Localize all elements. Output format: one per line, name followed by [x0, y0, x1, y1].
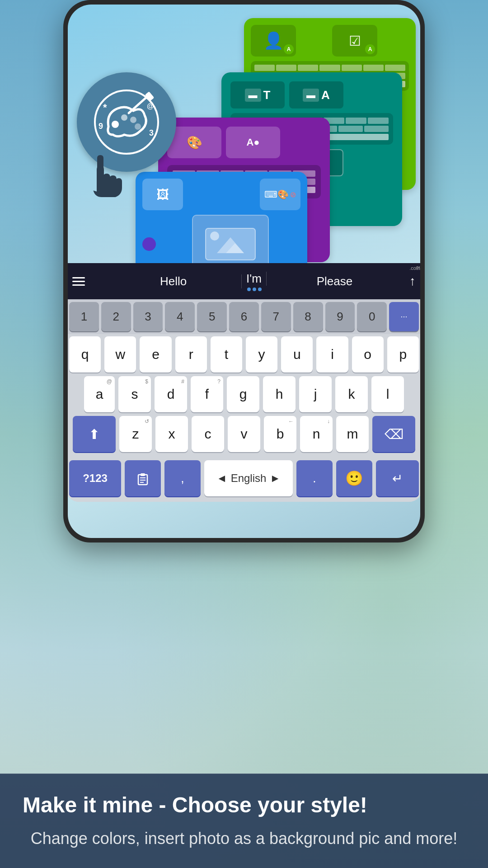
key-g[interactable]: g — [227, 376, 259, 412]
promo-bar: Make it mine - Choose your style! Change… — [0, 774, 488, 868]
key-1[interactable]: 1 — [69, 302, 99, 331]
lang-arrow-right: ► — [270, 472, 281, 485]
blue-keyboard-color-icon: ⌨🎨 ⊘ — [260, 179, 300, 210]
key-i[interactable]: i — [316, 336, 348, 373]
key-q[interactable]: q — [69, 336, 101, 373]
key-9[interactable]: 9 — [325, 302, 355, 331]
key-u[interactable]: u — [281, 336, 313, 373]
period-key[interactable]: ?! . — [296, 460, 333, 496]
key-e[interactable]: e — [140, 336, 171, 373]
lang-text: English — [231, 472, 267, 485]
key-y[interactable]: y — [246, 336, 277, 373]
cards-stack: 👤 A ☑ A ⌨ — [136, 18, 416, 298]
key-2[interactable]: 2 — [101, 302, 131, 331]
key-z[interactable]: ↺z — [119, 416, 152, 452]
bottom-row: ?123 .com , ◄ English — [68, 458, 420, 502]
comma-key[interactable]: .com , — [164, 460, 201, 496]
enter-key[interactable]: ↵ — [376, 460, 419, 496]
dot3 — [258, 288, 262, 291]
key-o[interactable]: o — [352, 336, 384, 373]
svg-text:*: * — [103, 102, 107, 113]
promo-title: Make it mine - Choose your style! — [23, 792, 465, 818]
number-row: 1 2 3 4 5 6 7 8 9 0 ··· — [68, 299, 420, 334]
key-k[interactable]: k — [335, 376, 368, 412]
suggestions-words: Hello I'm Please — [105, 272, 403, 291]
key-v[interactable]: v — [228, 416, 260, 452]
emoji-key[interactable]: 🙂 — [336, 460, 372, 496]
lang-arrow-left: ◄ — [216, 472, 227, 485]
blue-image-icon: 🖼 — [142, 179, 183, 210]
shift-key[interactable]: ⬆ — [73, 416, 116, 452]
clipboard-key[interactable] — [125, 460, 161, 496]
hand-icon — [72, 149, 127, 203]
backspace-key[interactable]: ⌫ — [372, 416, 415, 452]
svg-text:@: @ — [147, 102, 154, 110]
svg-point-2 — [121, 114, 127, 121]
key-x[interactable]: x — [155, 416, 188, 452]
key-p[interactable]: p — [387, 336, 419, 373]
phone-frame: * 9 3 @ 👤 — [63, 0, 425, 542]
key-m[interactable]: m — [336, 416, 369, 452]
key-6[interactable]: 6 — [229, 302, 259, 331]
svg-point-1 — [112, 121, 119, 128]
key-a[interactable]: @a — [84, 376, 115, 412]
menu-icon — [72, 277, 85, 286]
key-4[interactable]: 4 — [165, 302, 195, 331]
key-5[interactable]: 5 — [197, 302, 227, 331]
green-icon-1: 👤 A — [251, 25, 296, 57]
menu-button[interactable] — [72, 277, 94, 286]
svg-point-3 — [130, 117, 136, 123]
svg-point-4 — [135, 123, 141, 130]
upload-icon[interactable]: ↑ — [409, 274, 416, 288]
suggestion-im[interactable]: I'm — [242, 272, 267, 286]
key-t[interactable]: t — [211, 336, 242, 373]
phone-inner: * 9 3 @ 👤 — [68, 5, 420, 538]
key-s[interactable]: $s — [118, 376, 151, 412]
svg-point-0 — [95, 90, 158, 154]
row-asdf: @a $s #d ?f g h j k l — [69, 376, 419, 412]
blue-dot — [142, 237, 156, 251]
key-3[interactable]: 3 — [133, 302, 163, 331]
dot2 — [253, 288, 256, 291]
svg-text:9: 9 — [99, 122, 103, 131]
row-zxcvbnm: ⬆ ↺z x c v ←b ↓n m ⌫ — [69, 416, 419, 452]
svg-point-14 — [210, 231, 219, 241]
num-switch-key[interactable]: ?123 — [69, 460, 121, 496]
clipboard-icon — [135, 470, 151, 486]
svg-rect-6 — [145, 91, 155, 101]
key-l[interactable]: l — [371, 376, 404, 412]
key-d[interactable]: #d — [155, 376, 187, 412]
language-key[interactable]: ◄ English ► — [204, 460, 293, 496]
key-r[interactable]: r — [175, 336, 207, 373]
dot1 — [247, 288, 251, 291]
green-icon-2: ☑ A — [332, 25, 377, 57]
preview-landscape-icon — [203, 226, 258, 262]
key-dots[interactable]: ··· — [389, 302, 419, 331]
key-b[interactable]: ←b — [264, 416, 296, 452]
logo-svg: * 9 3 @ — [90, 86, 163, 158]
letter-rows: q w e r t y u i o p @a $s #d ?f g — [68, 334, 420, 458]
key-7[interactable]: 7 — [261, 302, 291, 331]
svg-text:3: 3 — [149, 128, 154, 137]
key-f[interactable]: ?f — [191, 376, 223, 412]
svg-rect-16 — [141, 473, 145, 476]
key-c[interactable]: c — [192, 416, 224, 452]
promo-subtitle: Change colors, insert photo as a backgro… — [23, 827, 465, 850]
suggestions-bar: Hello I'm Please ↑ — [68, 263, 420, 299]
key-n[interactable]: ↓n — [300, 416, 333, 452]
key-0[interactable]: 0 — [357, 302, 387, 331]
keyboard-area: Hello I'm Please ↑ 1 2 — [68, 263, 420, 502]
key-w[interactable]: w — [104, 336, 136, 373]
key-8[interactable]: 8 — [293, 302, 323, 331]
row-qwerty: q w e r t y u i o p — [69, 336, 419, 373]
key-j[interactable]: j — [299, 376, 332, 412]
suggestion-hello[interactable]: Hello — [105, 274, 242, 288]
suggestion-please[interactable]: Please — [267, 274, 403, 288]
key-h[interactable]: h — [263, 376, 296, 412]
